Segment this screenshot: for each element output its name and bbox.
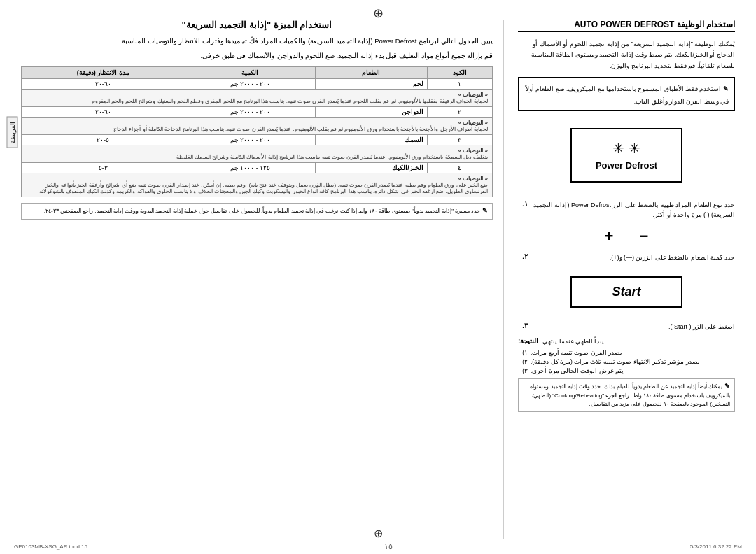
note-icon-symbol: ✎ <box>480 207 488 214</box>
result-text-2: يصدر مؤشر تذكير الانتهاء صوت تنبيه ثلاث … <box>531 358 700 365</box>
row1-wait: ٦٠-٢٠ <box>22 79 186 90</box>
row4-code: ٤ <box>427 163 492 173</box>
col-header-wait: مدة الانتظار (دقيقة) <box>22 67 186 79</box>
step-3: ٣. اضغط على الزر ( Start ). <box>518 322 735 332</box>
left-intro-text2: قم بإزالة جميع أنواع مواد التغليف قبل بد… <box>21 50 493 61</box>
table-row: ٤ الخبز/الكيك ١٢٥ - ١٠٠٠ جم ٣-٥ <box>22 163 493 173</box>
top-compass-icon: ⊕ <box>373 6 384 21</box>
step-3-num: ٣. <box>518 322 528 329</box>
row4-tips: « التوصيات » ضع الخبز على ورق الطعام وقم… <box>22 173 493 197</box>
row1-code: ١ <box>427 79 492 90</box>
note-icon-1: ✎ <box>721 85 729 92</box>
row2-wait: ٦٠-٢٠ <box>22 107 186 118</box>
row2-tips-text: لحماية أطراف الأرجل والأجنحة بالأجنحة با… <box>113 126 488 132</box>
left-bottom-note: ✎ حدد مسبرة "إذابة التجميد يدوياً" بمستو… <box>21 203 493 220</box>
col-header-code: الكود <box>427 67 492 79</box>
table-row-tips: « التوصيات » لحماية أطراف الأرجل والأجنح… <box>22 118 493 135</box>
note-icon-right: ✎ <box>722 383 730 390</box>
result-num-2: ٢) <box>518 358 528 365</box>
right-bottom-note-text: يمكنك أيضاً إذابة التجميد عن الطعام يدوي… <box>530 383 730 407</box>
plus-button[interactable]: + <box>598 226 620 247</box>
step-3-text: اضغط على الزر ( Start ). <box>531 322 735 332</box>
row3-quantity: ٢٠٠ - ٢٠٠٠ جم <box>185 135 316 145</box>
page-number: ١٥ <box>384 542 393 551</box>
result-item-1: ١) يصدر الفرن صوت تنبيه أربع مرات. <box>518 349 735 356</box>
row2-quantity: ٢٠٠ - ٢٠٠٠ جم <box>185 107 316 118</box>
step-1: ١. حدد نوع الطعام المراد طهيه بالضغط على… <box>518 200 735 220</box>
row2-tips: « التوصيات » لحماية أطراف الأرجل والأجنح… <box>22 118 493 135</box>
note-box-1-text: استخدم فقط الأطباق المسموح باستخدامها مع… <box>526 85 729 105</box>
start-label: Start <box>586 285 667 299</box>
result-num-1: ١) <box>518 349 528 356</box>
row4-wait: ٣-٥ <box>22 163 186 173</box>
result-num-3: ٣) <box>518 367 528 374</box>
table-row-tips: « التوصيات » بتغليف ذيل السمكة باستخدام … <box>22 145 493 163</box>
step-1-num: ١. <box>518 200 528 208</box>
row2-food: الدواجن <box>316 107 427 118</box>
right-column: استخدام الوظيفة AUTO POWER DEFROST يُمكن… <box>504 20 742 539</box>
result-title: النتيجة: <box>518 337 538 345</box>
result-text: يبدأ الطهي عندما ينتهي <box>542 337 604 346</box>
side-tab-label: العريضة <box>7 116 18 148</box>
col-header-quantity: الكمية <box>185 67 316 79</box>
note-box-1: ✎ استخدم فقط الأطباق المسموح باستخدامها … <box>518 77 735 111</box>
step-1-text: حدد نوع الطعام المراد طهيه بالضغط على ال… <box>531 200 735 220</box>
result-text-3: يتم عرض الوقت الحالي مرة أخرى. <box>531 367 624 374</box>
table-row: ٢ الدواجن ٢٠٠ - ٢٠٠٠ جم ٦٠-٢٠ <box>22 107 493 118</box>
bottom-compass-icon: ⊕ <box>374 527 383 540</box>
table-row: ١ لحم ٢٠٠ - ٢٠٠٠ جم ٦٠-٢٠ <box>22 79 493 90</box>
start-button-box[interactable]: Start <box>570 276 682 308</box>
power-defrost-box: ✳ ✳ Power Defrost <box>570 128 682 183</box>
step-2: ٢. حدد كمية الطعام بالضغط على الزرين (—)… <box>518 253 735 262</box>
row3-tips-text: بتغليف ذيل السمكة باستخدام ورق الألومنيو… <box>176 154 488 160</box>
left-intro-text: يبين الجدول التالي لبرنامج Power Defrost… <box>21 36 493 46</box>
footer-right: 5/3/2011 6:32:22 PM <box>690 544 742 550</box>
result-text-1: يصدر الفرن صوت تنبيه أربع مرات. <box>531 349 622 356</box>
minus-button[interactable]: − <box>634 226 654 247</box>
step-2-text: حدد كمية الطعام بالضغط على الزرين (—) و(… <box>531 253 735 262</box>
footer: GE0103MB-XSG_AR.indd 15 ١٥ 5/3/2011 6:32… <box>0 539 756 554</box>
row3-code: ٣ <box>427 135 492 145</box>
food-table: الكود الطعام الكمية مدة الانتظار (دقيقة)… <box>21 66 493 197</box>
row4-quantity: ١٢٥ - ١٠٠٠ جم <box>185 163 316 173</box>
table-container: العريضة الكود الطعام الكمية مدة الانتظار… <box>21 66 493 197</box>
page: ⊕ استخدام الميزة "إذابة التجميد السريعة"… <box>0 0 756 554</box>
row4-tips-text: ضع الخبز على ورق الطعام وقم بطيه عندما ي… <box>39 182 488 194</box>
result-item-3: ٣) يتم عرض الوقت الحالي مرة أخرى. <box>518 367 735 374</box>
power-defrost-label: Power Defrost <box>579 160 674 171</box>
row1-quantity: ٢٠٠ - ٢٠٠٠ جم <box>185 79 316 90</box>
right-intro-text: يُمكنك الوظيفة "إذابة التجميد السريعة" م… <box>518 39 735 71</box>
result-item-2: ٢) يصدر مؤشر تذكير الانتهاء صوت تنبيه ثل… <box>518 358 735 365</box>
row3-tips: « التوصيات » بتغليف ذيل السمكة باستخدام … <box>22 145 493 163</box>
row1-food: لحم <box>316 79 427 90</box>
right-bottom-note: ✎ يمكنك أيضاً إذابة التجميد عن الطعام يد… <box>518 378 735 412</box>
left-column: استخدام الميزة "إذابة التجميد السريعة" ي… <box>14 20 504 539</box>
row3-food: السمك <box>316 135 427 145</box>
power-defrost-icon: ✳ ✳ <box>579 140 674 157</box>
right-section-title: استخدام الوظيفة AUTO POWER DEFROST <box>518 20 735 32</box>
plus-minus-row: − + <box>518 226 735 247</box>
row4-food: الخبز/الكيك <box>316 163 427 173</box>
footer-left: GE0103MB-XSG_AR.indd 15 <box>14 544 88 550</box>
left-bottom-note-text: حدد مسبرة "إذابة التجميد يدوياً" بمستوى … <box>44 208 481 214</box>
col-header-food: الطعام <box>316 67 427 79</box>
row1-tips: « التوصيات » لحماية الحواف الرقيقة بفقلب… <box>22 90 493 107</box>
table-row-tips: « التوصيات » لحماية الحواف الرقيقة بفقلب… <box>22 90 493 107</box>
table-row: ٣ السمك ٢٠٠ - ٢٠٠٠ جم ٥-٢٠ <box>22 135 493 145</box>
snowflake-icon-2: ✳ <box>612 140 624 157</box>
snowflake-icon-1: ✳ <box>629 140 640 157</box>
row3-wait: ٥-٢٠ <box>22 135 186 145</box>
row1-tips-text: لحماية الحواف الرقيقة بفقلبها بالألومنيو… <box>92 98 488 104</box>
left-section-title: استخدام الميزة "إذابة التجميد السريعة" <box>21 20 493 30</box>
step-2-num: ٢. <box>518 253 528 260</box>
table-row-tips: « التوصيات » ضع الخبز على ورق الطعام وقم… <box>22 173 493 197</box>
row2-code: ٢ <box>427 107 492 118</box>
result-section: النتيجة: يبدأ الطهي عندما ينتهي ١) يصدر … <box>518 337 735 374</box>
main-content: استخدام الميزة "إذابة التجميد السريعة" ي… <box>0 20 756 539</box>
